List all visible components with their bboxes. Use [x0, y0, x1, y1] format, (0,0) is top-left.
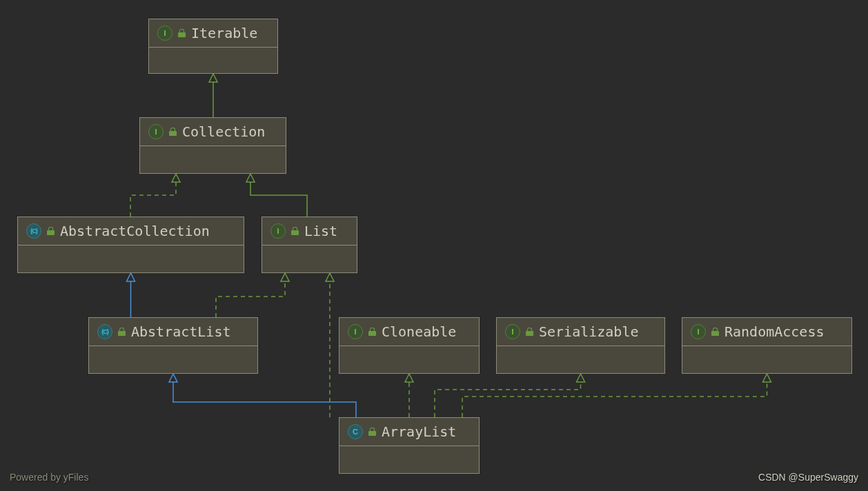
- node-randomaccess[interactable]: I RandomAccess: [682, 317, 852, 374]
- svg-marker-9: [763, 374, 771, 382]
- node-abstractlist[interactable]: (C) AbstractList: [88, 317, 258, 374]
- interface-icon: I: [505, 324, 520, 339]
- class-icon: C: [348, 424, 363, 439]
- svg-marker-1: [172, 174, 180, 182]
- node-label: RandomAccess: [724, 323, 825, 340]
- node-label: Iterable: [191, 25, 257, 41]
- svg-marker-6: [326, 273, 334, 281]
- interface-icon: I: [148, 124, 164, 139]
- interface-icon: I: [691, 324, 706, 339]
- node-label: Cloneable: [382, 323, 456, 340]
- interface-icon: I: [157, 26, 172, 41]
- svg-marker-2: [246, 174, 255, 182]
- node-label: List: [304, 223, 337, 239]
- lock-icon: [118, 328, 126, 336]
- node-label: AbstractCollection: [60, 223, 210, 239]
- abstract-class-icon: (C): [97, 324, 112, 339]
- svg-marker-8: [577, 374, 585, 382]
- node-list[interactable]: I List: [262, 217, 357, 273]
- lock-icon: [291, 227, 299, 235]
- node-arraylist[interactable]: C ArrayList: [339, 417, 480, 474]
- interface-icon: I: [270, 223, 286, 239]
- watermark-right: CSDN @SuperSwaggy: [758, 472, 858, 483]
- node-collection[interactable]: I Collection: [139, 117, 286, 174]
- node-iterable[interactable]: I Iterable: [148, 19, 278, 74]
- diagram-canvas: I Iterable I Collection (C) AbstractColl…: [0, 0, 868, 491]
- node-label: ArrayList: [382, 423, 456, 440]
- svg-marker-0: [209, 74, 217, 82]
- lock-icon: [368, 328, 376, 336]
- interface-icon: I: [348, 324, 363, 339]
- node-serializable[interactable]: I Serializable: [496, 317, 665, 374]
- node-label: Serializable: [539, 323, 639, 340]
- lock-icon: [178, 29, 186, 37]
- lock-icon: [368, 428, 376, 436]
- node-label: Collection: [182, 123, 265, 140]
- node-cloneable[interactable]: I Cloneable: [339, 317, 480, 374]
- svg-marker-5: [169, 374, 177, 382]
- lock-icon: [526, 328, 533, 336]
- lock-icon: [47, 227, 55, 235]
- node-abstractcollection[interactable]: (C) AbstractCollection: [17, 217, 244, 273]
- lock-icon: [169, 128, 177, 136]
- svg-marker-3: [127, 273, 135, 281]
- lock-icon: [711, 328, 719, 336]
- node-label: AbstractList: [131, 323, 231, 340]
- svg-marker-4: [281, 273, 289, 281]
- watermark-left: Powered by yFiles: [10, 472, 88, 483]
- svg-marker-7: [405, 374, 413, 382]
- abstract-class-icon: (C): [26, 223, 41, 239]
